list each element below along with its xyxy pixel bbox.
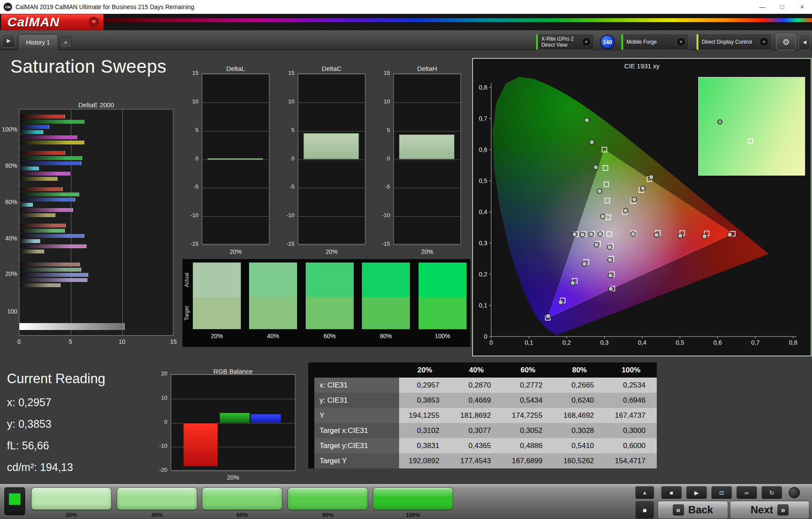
titlebar: CM CalMAN 2019 CalMAN Ultimate for Busin… <box>0 0 812 14</box>
reading-fl: fL: 56,66 <box>7 439 49 452</box>
gear-icon[interactable]: ⚙ <box>776 34 796 50</box>
svg-text:0,6: 0,6 <box>479 146 488 153</box>
cell-value: 177,4543 <box>451 453 502 468</box>
bar <box>19 177 58 181</box>
axis-label: 20% <box>202 248 269 255</box>
measure-icon[interactable]: ⊡ <box>711 486 732 499</box>
source-label: Mobile Forge <box>627 39 674 45</box>
cell-value: 0,2957 <box>399 378 451 393</box>
brand-row: CalMAN <box>0 14 812 30</box>
actual-swatch <box>362 263 410 297</box>
maximize-button[interactable]: □ <box>772 0 792 14</box>
close-button[interactable]: × <box>792 0 812 14</box>
axis-label: 20% <box>171 474 295 481</box>
tab-scroll-icon[interactable]: ▶ <box>2 34 16 48</box>
back-chevron-icon: « <box>673 504 684 516</box>
back-button[interactable]: « Back <box>658 501 728 519</box>
axis-label: 15 <box>185 70 198 76</box>
gridline <box>202 160 270 160</box>
bar <box>19 151 65 155</box>
next-chevron-icon: » <box>777 504 789 516</box>
bar <box>19 268 81 272</box>
row-label: x: CIE31 <box>314 378 399 393</box>
axis-label: -10 <box>153 442 167 449</box>
cell-value: 0,4886 <box>502 438 553 453</box>
axis-label: -10 <box>376 212 390 218</box>
cell-value: 167,4737 <box>605 408 657 423</box>
target-swatch <box>362 297 410 329</box>
cie-zoom-inset[interactable] <box>698 77 805 176</box>
gridline <box>171 471 296 471</box>
measurement-table: 20%40%60%80%100%x: CIE310,29570,28700,27… <box>308 362 657 468</box>
measurement-marker <box>585 118 589 122</box>
loop-icon[interactable]: ∞ <box>736 486 757 499</box>
meter-dropdown[interactable]: X-Rite i1Pro 2 Direct View ▼ <box>536 34 594 50</box>
row-label: Y <box>314 408 399 423</box>
gridline <box>394 245 461 245</box>
svg-text:0,7: 0,7 <box>479 115 488 122</box>
table-corner <box>314 362 399 378</box>
svg-text:0,5: 0,5 <box>676 339 684 346</box>
cell-value: 0,5410 <box>554 438 605 453</box>
refresh-icon[interactable]: ↻ <box>761 486 782 499</box>
next-button[interactable]: Next » <box>730 501 809 519</box>
swatch-column-label: 60% <box>306 333 354 340</box>
axis-label: -15 <box>185 240 198 247</box>
bar <box>399 135 454 160</box>
deltal-plot <box>202 74 269 244</box>
bar <box>19 263 80 266</box>
chevron-down-icon[interactable]: ▼ <box>759 37 769 47</box>
svg-text:0,8: 0,8 <box>479 84 488 91</box>
add-tab-button[interactable]: + <box>60 36 72 48</box>
collapse-panel-icon[interactable]: ◀ <box>799 34 811 50</box>
gridline <box>298 160 366 160</box>
measurement-marker <box>546 314 550 319</box>
measurement-marker <box>607 245 612 250</box>
svg-text:0,6: 0,6 <box>713 339 722 346</box>
display-control-dropdown[interactable]: Direct Display Control ▼ <box>697 34 772 50</box>
measurement-marker <box>632 197 636 202</box>
blue-bar <box>251 414 281 423</box>
play-icon[interactable]: ▶ <box>686 486 707 499</box>
gridline <box>298 216 366 217</box>
cell-value: 0,4365 <box>451 438 502 453</box>
measurement-marker <box>608 273 613 278</box>
meter-label: X-Rite i1Pro 2 Direct View <box>541 36 579 48</box>
logo-menu-icon[interactable] <box>89 17 99 27</box>
swatch-column-label: 20% <box>193 333 241 340</box>
bar <box>19 198 75 202</box>
cell-value: 192,0892 <box>399 453 451 468</box>
bar <box>19 203 33 207</box>
actual-row-label: Actual <box>184 263 191 297</box>
chevron-down-icon[interactable]: ▼ <box>676 37 686 47</box>
bar <box>19 239 40 243</box>
axis-label: 5 <box>376 127 390 133</box>
axis-label: 0 <box>185 155 198 162</box>
luminance-badge[interactable]: 140 <box>600 35 615 49</box>
source-dropdown[interactable]: Mobile Forge ▼ <box>621 34 689 50</box>
column-header: 40% <box>451 362 502 378</box>
target-row-label: Target <box>184 297 191 329</box>
chevron-down-icon[interactable]: ▼ <box>582 37 591 47</box>
stop-icon[interactable]: ■ <box>661 486 682 499</box>
measurement-marker <box>678 234 683 238</box>
bar <box>19 135 77 139</box>
cell-value: 0,5434 <box>502 393 553 408</box>
cell-value: 194,1255 <box>399 408 451 423</box>
measurement-marker <box>597 189 602 193</box>
calman-logo[interactable]: CalMAN <box>1 14 104 30</box>
row-label: Target x:CIE31 <box>314 423 399 438</box>
axis-label: -5 <box>281 183 294 190</box>
cell-value: 0,2772 <box>502 378 553 393</box>
bar <box>304 133 359 160</box>
svg-text:0,1: 0,1 <box>525 339 534 346</box>
tab-history-1[interactable]: History 1 <box>18 34 58 50</box>
gridline <box>122 109 123 336</box>
minimize-button[interactable]: — <box>752 0 772 14</box>
cell-value: 0,3102 <box>399 423 451 438</box>
svg-text:0,4: 0,4 <box>638 339 646 346</box>
measurement-marker <box>631 232 636 237</box>
gridline <box>171 399 296 399</box>
bar <box>19 229 65 233</box>
chart-title: DeltaL <box>202 65 269 72</box>
